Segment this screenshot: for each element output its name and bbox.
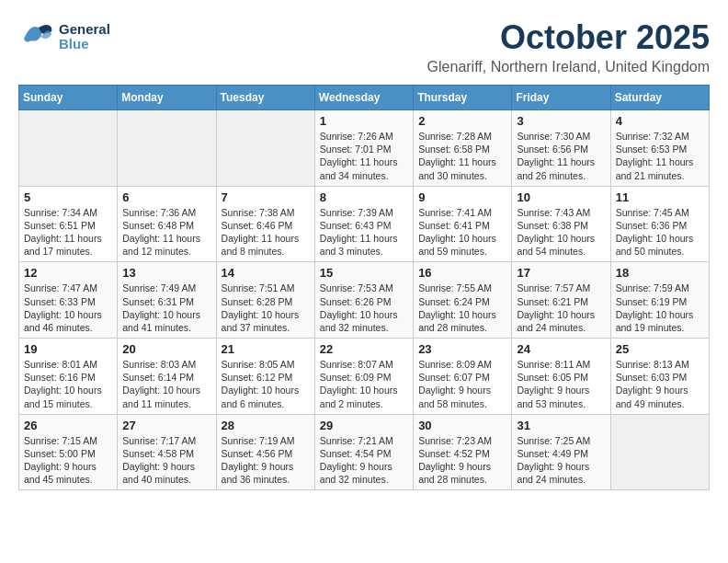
logo-blue-text: Blue xyxy=(59,37,110,52)
day-number: 16 xyxy=(418,266,506,280)
weekday-header-monday: Monday xyxy=(118,86,216,110)
day-number: 12 xyxy=(24,266,112,280)
cell-content: Sunrise: 7:25 AM Sunset: 4:49 PM Dayligh… xyxy=(517,434,605,487)
calendar-week-row: 12Sunrise: 7:47 AM Sunset: 6:33 PM Dayli… xyxy=(19,262,710,339)
day-number: 31 xyxy=(517,419,605,432)
day-number: 27 xyxy=(122,419,210,432)
cell-content: Sunrise: 7:53 AM Sunset: 6:26 PM Dayligh… xyxy=(320,282,408,334)
calendar-cell: 5Sunrise: 7:34 AM Sunset: 6:51 PM Daylig… xyxy=(19,186,118,262)
calendar-cell: 25Sunrise: 8:13 AM Sunset: 6:03 PM Dayli… xyxy=(610,339,709,415)
weekday-header-friday: Friday xyxy=(512,86,610,110)
logo-icon xyxy=(18,18,55,55)
day-number: 18 xyxy=(616,266,704,280)
calendar-cell: 8Sunrise: 7:39 AM Sunset: 6:43 PM Daylig… xyxy=(314,186,413,262)
cell-content: Sunrise: 7:43 AM Sunset: 6:38 PM Dayligh… xyxy=(517,206,605,259)
cell-content: Sunrise: 7:36 AM Sunset: 6:48 PM Dayligh… xyxy=(122,206,210,259)
calendar-cell: 3Sunrise: 7:30 AM Sunset: 6:56 PM Daylig… xyxy=(512,110,610,187)
calendar-cell xyxy=(216,110,314,187)
cell-content: Sunrise: 7:15 AM Sunset: 5:00 PM Dayligh… xyxy=(24,434,112,487)
cell-content: Sunrise: 7:57 AM Sunset: 6:21 PM Dayligh… xyxy=(517,282,605,334)
cell-content: Sunrise: 7:26 AM Sunset: 7:01 PM Dayligh… xyxy=(320,130,408,182)
calendar-cell: 28Sunrise: 7:19 AM Sunset: 4:56 PM Dayli… xyxy=(216,414,314,490)
calendar-table: SundayMondayTuesdayWednesdayThursdayFrid… xyxy=(18,85,710,490)
calendar-cell: 18Sunrise: 7:59 AM Sunset: 6:19 PM Dayli… xyxy=(610,262,709,339)
cell-content: Sunrise: 7:19 AM Sunset: 4:56 PM Dayligh… xyxy=(222,434,310,487)
calendar-cell: 10Sunrise: 7:43 AM Sunset: 6:38 PM Dayli… xyxy=(512,186,610,262)
cell-content: Sunrise: 7:41 AM Sunset: 6:41 PM Dayligh… xyxy=(418,206,506,259)
weekday-header-row: SundayMondayTuesdayWednesdayThursdayFrid… xyxy=(19,86,710,110)
day-number: 25 xyxy=(616,342,704,356)
cell-content: Sunrise: 8:13 AM Sunset: 6:03 PM Dayligh… xyxy=(616,358,704,410)
calendar-cell: 9Sunrise: 7:41 AM Sunset: 6:41 PM Daylig… xyxy=(414,186,512,262)
day-number: 2 xyxy=(418,114,506,128)
day-number: 26 xyxy=(24,419,112,432)
calendar-cell: 19Sunrise: 8:01 AM Sunset: 6:16 PM Dayli… xyxy=(19,339,118,415)
weekday-header-saturday: Saturday xyxy=(610,86,709,110)
cell-content: Sunrise: 8:07 AM Sunset: 6:09 PM Dayligh… xyxy=(320,358,408,410)
cell-content: Sunrise: 7:38 AM Sunset: 6:46 PM Dayligh… xyxy=(222,206,310,259)
day-number: 10 xyxy=(517,190,605,204)
calendar-cell: 14Sunrise: 7:51 AM Sunset: 6:28 PM Dayli… xyxy=(216,262,314,339)
day-number: 14 xyxy=(222,266,310,280)
cell-content: Sunrise: 7:28 AM Sunset: 6:58 PM Dayligh… xyxy=(418,130,506,182)
day-number: 1 xyxy=(320,114,408,128)
cell-content: Sunrise: 7:45 AM Sunset: 6:36 PM Dayligh… xyxy=(616,206,704,259)
month-title: October 2025 xyxy=(427,18,710,57)
cell-content: Sunrise: 7:21 AM Sunset: 4:54 PM Dayligh… xyxy=(320,434,408,487)
calendar-cell: 17Sunrise: 7:57 AM Sunset: 6:21 PM Dayli… xyxy=(512,262,610,339)
calendar-cell: 13Sunrise: 7:49 AM Sunset: 6:31 PM Dayli… xyxy=(118,262,216,339)
calendar-cell: 21Sunrise: 8:05 AM Sunset: 6:12 PM Dayli… xyxy=(216,339,314,415)
day-number: 3 xyxy=(517,114,605,128)
day-number: 21 xyxy=(222,342,310,356)
calendar-week-row: 1Sunrise: 7:26 AM Sunset: 7:01 PM Daylig… xyxy=(19,110,710,187)
weekday-header-wednesday: Wednesday xyxy=(314,86,413,110)
calendar-cell: 2Sunrise: 7:28 AM Sunset: 6:58 PM Daylig… xyxy=(414,110,512,187)
cell-content: Sunrise: 7:51 AM Sunset: 6:28 PM Dayligh… xyxy=(222,282,310,334)
cell-content: Sunrise: 7:32 AM Sunset: 6:53 PM Dayligh… xyxy=(616,130,704,182)
calendar-cell: 31Sunrise: 7:25 AM Sunset: 4:49 PM Dayli… xyxy=(512,414,610,490)
calendar-cell xyxy=(19,110,118,187)
calendar-cell: 6Sunrise: 7:36 AM Sunset: 6:48 PM Daylig… xyxy=(118,186,216,262)
day-number: 24 xyxy=(517,342,605,356)
day-number: 6 xyxy=(122,190,210,204)
calendar-cell: 11Sunrise: 7:45 AM Sunset: 6:36 PM Dayli… xyxy=(610,186,709,262)
calendar-cell: 20Sunrise: 8:03 AM Sunset: 6:14 PM Dayli… xyxy=(118,339,216,415)
cell-content: Sunrise: 7:34 AM Sunset: 6:51 PM Dayligh… xyxy=(24,206,112,259)
day-number: 4 xyxy=(616,114,704,128)
logo-general-text: General xyxy=(59,22,110,38)
cell-content: Sunrise: 7:30 AM Sunset: 6:56 PM Dayligh… xyxy=(517,130,605,182)
day-number: 19 xyxy=(24,342,112,356)
calendar-cell: 27Sunrise: 7:17 AM Sunset: 4:58 PM Dayli… xyxy=(118,414,216,490)
calendar-week-row: 26Sunrise: 7:15 AM Sunset: 5:00 PM Dayli… xyxy=(19,414,710,490)
calendar-cell: 15Sunrise: 7:53 AM Sunset: 6:26 PM Dayli… xyxy=(314,262,413,339)
day-number: 11 xyxy=(616,190,704,204)
cell-content: Sunrise: 7:59 AM Sunset: 6:19 PM Dayligh… xyxy=(616,282,704,334)
cell-content: Sunrise: 8:05 AM Sunset: 6:12 PM Dayligh… xyxy=(222,358,310,410)
cell-content: Sunrise: 8:01 AM Sunset: 6:16 PM Dayligh… xyxy=(24,358,112,410)
calendar-cell: 22Sunrise: 8:07 AM Sunset: 6:09 PM Dayli… xyxy=(314,339,413,415)
day-number: 20 xyxy=(122,342,210,356)
logo-text: General Blue xyxy=(59,22,110,52)
calendar-cell: 29Sunrise: 7:21 AM Sunset: 4:54 PM Dayli… xyxy=(314,414,413,490)
cell-content: Sunrise: 8:03 AM Sunset: 6:14 PM Dayligh… xyxy=(122,358,210,410)
calendar-cell xyxy=(610,414,709,490)
cell-content: Sunrise: 7:55 AM Sunset: 6:24 PM Dayligh… xyxy=(418,282,506,334)
calendar-cell xyxy=(118,110,216,187)
day-number: 15 xyxy=(320,266,408,280)
cell-content: Sunrise: 8:09 AM Sunset: 6:07 PM Dayligh… xyxy=(418,358,506,410)
weekday-header-sunday: Sunday xyxy=(19,86,118,110)
day-number: 30 xyxy=(418,419,506,432)
page-header: General Blue October 2025 Glenariff, Nor… xyxy=(18,18,710,75)
calendar-week-row: 5Sunrise: 7:34 AM Sunset: 6:51 PM Daylig… xyxy=(19,186,710,262)
day-number: 7 xyxy=(222,190,310,204)
calendar-cell: 23Sunrise: 8:09 AM Sunset: 6:07 PM Dayli… xyxy=(414,339,512,415)
day-number: 8 xyxy=(320,190,408,204)
calendar-cell: 7Sunrise: 7:38 AM Sunset: 6:46 PM Daylig… xyxy=(216,186,314,262)
calendar-week-row: 19Sunrise: 8:01 AM Sunset: 6:16 PM Dayli… xyxy=(19,339,710,415)
calendar-cell: 1Sunrise: 7:26 AM Sunset: 7:01 PM Daylig… xyxy=(314,110,413,187)
cell-content: Sunrise: 7:49 AM Sunset: 6:31 PM Dayligh… xyxy=(122,282,210,334)
day-number: 22 xyxy=(320,342,408,356)
calendar-cell: 26Sunrise: 7:15 AM Sunset: 5:00 PM Dayli… xyxy=(19,414,118,490)
day-number: 13 xyxy=(122,266,210,280)
logo: General Blue xyxy=(18,18,110,55)
